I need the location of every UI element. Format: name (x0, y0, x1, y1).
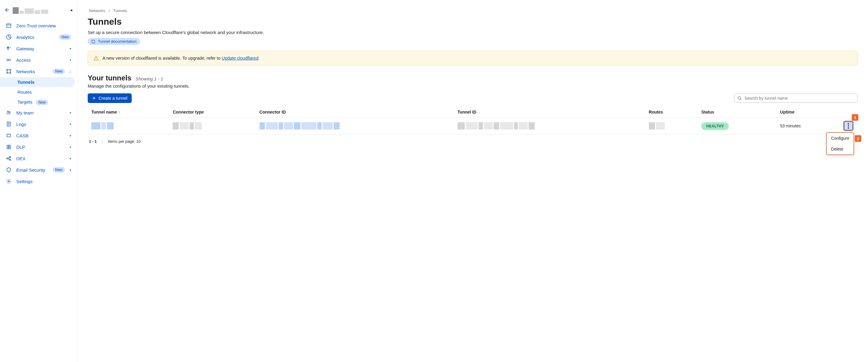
create-tunnel-button[interactable]: Create a tunnel (88, 93, 132, 103)
chevron-down-icon: ▾ (70, 134, 71, 137)
breadcrumb-parent[interactable]: Networks (89, 8, 105, 13)
pie-icon (6, 34, 11, 40)
svg-point-17 (8, 181, 10, 182)
page-title: Tunnels (88, 17, 858, 27)
svg-point-15 (9, 156, 11, 158)
sidebar-item-access[interactable]: Access ▾ (0, 54, 77, 66)
svg-point-8 (7, 111, 9, 112)
col-routes[interactable]: Routes (645, 107, 698, 118)
email-icon (6, 167, 11, 172)
sidebar-item-analytics[interactable]: Analytics New (0, 31, 77, 43)
dex-icon (6, 156, 11, 161)
alert-link[interactable]: Update cloudflared (222, 56, 258, 61)
account-switcher[interactable]: ▸ (0, 2, 77, 20)
nav-label: Gateway (16, 46, 65, 51)
menu-configure[interactable]: Configure (827, 133, 854, 144)
tunnels-table: Tunnel name↑ Connector type Connector ID… (88, 107, 858, 134)
doc-link-label: Tunnel documentation (98, 39, 136, 44)
svg-point-18 (738, 96, 741, 99)
sidebar-item-casb[interactable]: CASB ▾ (0, 130, 77, 141)
sidebar-item-settings[interactable]: Settings (0, 175, 77, 187)
upgrade-alert: A new version of cloudflared is availabl… (88, 51, 858, 65)
book-icon (91, 39, 96, 44)
col-tunnel-name[interactable]: Tunnel name↑ (88, 107, 169, 118)
chevron-down-icon: ▾ (70, 168, 71, 172)
new-badge: New (36, 100, 48, 105)
doc-link[interactable]: Tunnel documentation (88, 38, 140, 45)
logs-icon (6, 121, 11, 127)
svg-point-5 (10, 69, 11, 70)
window-icon (6, 23, 11, 28)
search-input[interactable] (744, 96, 855, 101)
sidebar-item-dex[interactable]: DEX ▾ (0, 153, 77, 164)
sidebar-item-networks[interactable]: Networks New ▴ (0, 66, 77, 77)
breadcrumb-current: Tunnels (113, 8, 127, 13)
uptime-cell: 53 minutes (776, 118, 840, 134)
nav-label: Access (16, 58, 65, 63)
routes-redacted (649, 122, 694, 130)
chevron-down-icon: ▾ (70, 111, 71, 114)
col-connector-id[interactable]: Connector ID (256, 107, 454, 118)
nav-label: Targets (18, 99, 32, 104)
sidebar-item-myteam[interactable]: My team ▾ (0, 107, 77, 118)
svg-rect-13 (8, 147, 10, 148)
chevron-up-icon: ▴ (70, 70, 71, 73)
sidebar-item-gateway[interactable]: Gateway ▾ (0, 43, 77, 54)
svg-point-7 (10, 73, 11, 73)
sidebar-item-email-security[interactable]: Email Security New ▾ (0, 164, 77, 175)
connector-type-redacted (173, 122, 252, 130)
nav-label: DEX (16, 156, 65, 161)
nav-label: DLP (16, 144, 65, 150)
search-icon (738, 96, 742, 101)
col-uptime[interactable]: Uptime (776, 107, 840, 118)
table-row[interactable]: HEALTHY 53 minutes 1 Configure Delete 2 (88, 118, 858, 134)
sidebar-item-dlp[interactable]: DLP ▾ (0, 141, 77, 153)
menu-delete[interactable]: Delete (827, 144, 854, 155)
svg-rect-0 (7, 24, 11, 27)
sidebar: ▸ Zero Trust overview Analytics New Gate… (0, 0, 78, 362)
chevron-down-icon: ▾ (70, 123, 71, 126)
team-icon (6, 110, 11, 116)
nav-label: Networks (16, 69, 48, 74)
showing-count: Showing 1 - 1 (135, 76, 163, 81)
breadcrumb: Networks / Tunnels (88, 8, 858, 13)
dlp-icon (6, 144, 11, 150)
new-badge: New (59, 34, 71, 40)
warning-icon (93, 56, 99, 61)
col-connector-type[interactable]: Connector type (169, 107, 255, 118)
page-range: 1 - 1 (89, 139, 97, 144)
svg-point-9 (9, 112, 10, 112)
nav-label: Email Security (16, 167, 48, 172)
nav-label: Zero Trust overview (16, 23, 71, 28)
section-heading: Your tunnels (88, 74, 131, 82)
network-icon (6, 69, 11, 74)
access-icon (6, 57, 11, 63)
nav-label: Settings (16, 179, 71, 184)
nav-label: Logs (16, 122, 65, 127)
col-tunnel-id[interactable]: Tunnel ID (454, 107, 645, 118)
sidebar-item-logs[interactable]: Logs ▾ (0, 118, 77, 130)
row-actions-button[interactable]: 1 (843, 121, 854, 131)
svg-point-3 (7, 59, 9, 61)
items-per-page[interactable]: Items per page: 10 (108, 139, 141, 144)
callout-2: 2 (855, 135, 861, 142)
svg-rect-11 (7, 134, 10, 137)
sidebar-sub-routes[interactable]: Routes (0, 87, 77, 97)
sidebar-sub-targets[interactable]: Targets New (0, 97, 77, 107)
search-box[interactable] (734, 94, 858, 103)
tunnel-id-redacted (458, 122, 642, 130)
connector-id-redacted (259, 122, 450, 130)
account-name-redacted (13, 6, 68, 14)
back-arrow-icon (4, 7, 10, 13)
col-status[interactable]: Status (698, 107, 776, 118)
callout-1: 1 (852, 114, 858, 121)
sidebar-item-overview[interactable]: Zero Trust overview (0, 20, 77, 31)
chevron-down-icon: ▾ (70, 59, 71, 62)
chevron-down-icon: ▾ (70, 145, 71, 149)
section-description: Manage the configurations of your existi… (88, 84, 858, 89)
sidebar-sub-tunnels[interactable]: Tunnels (0, 77, 75, 87)
gear-icon (6, 178, 11, 184)
row-actions-menu: Configure Delete 2 (826, 132, 854, 155)
svg-point-14 (7, 158, 8, 159)
kebab-icon (848, 123, 849, 129)
